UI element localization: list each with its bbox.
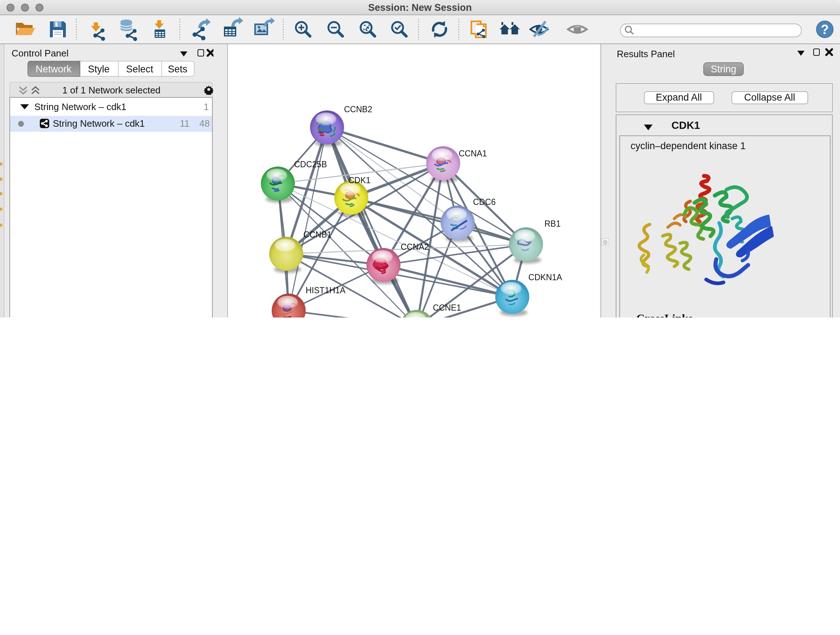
svg-text:HIST1H1A: HIST1H1A xyxy=(306,286,346,295)
svg-text:CCNE1: CCNE1 xyxy=(433,303,461,312)
svg-text:CCNB1: CCNB1 xyxy=(303,230,332,239)
svg-text:CDC6: CDC6 xyxy=(473,197,496,207)
svg-text:CDK1: CDK1 xyxy=(348,176,370,185)
svg-text:?: ? xyxy=(821,22,829,37)
svg-text:CDKN1A: CDKN1A xyxy=(529,272,562,282)
svg-text:CCNA1: CCNA1 xyxy=(459,149,487,158)
svg-text:CCNB2: CCNB2 xyxy=(344,105,372,114)
svg-text:CCNA2: CCNA2 xyxy=(401,242,429,252)
svg-text:CDC25B: CDC25B xyxy=(294,160,327,169)
svg-text:RB1: RB1 xyxy=(545,219,561,228)
